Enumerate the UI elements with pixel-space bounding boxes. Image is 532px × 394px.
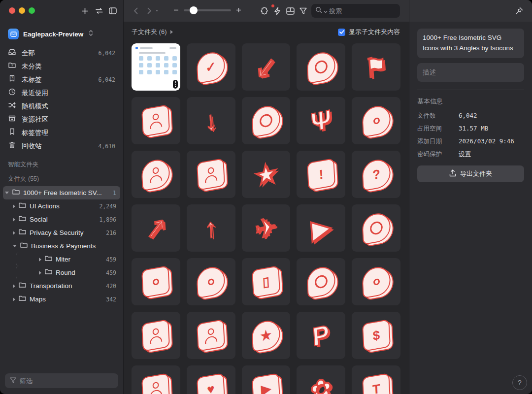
tile-map-pin[interactable] bbox=[352, 97, 400, 144]
library-switcher[interactable]: Eaglepack-Preview bbox=[0, 22, 123, 44]
toggle-sidebar-icon[interactable] bbox=[106, 5, 119, 17]
zoom-in-button[interactable] bbox=[236, 6, 241, 15]
disclosure-triangle-icon[interactable] bbox=[13, 204, 15, 208]
tree-item-0[interactable]: 1000+ Free Isometric SV... 1 bbox=[3, 186, 120, 199]
tile-letter-p[interactable]: P bbox=[297, 312, 345, 359]
sidebar-item-1[interactable]: ? 未分类 bbox=[0, 60, 123, 73]
tile-shopping-bag[interactable]: $ bbox=[352, 312, 400, 359]
tile-location-pin[interactable] bbox=[352, 258, 400, 305]
sidebar-item-6[interactable]: 标签管理 bbox=[0, 126, 123, 139]
tree-item-5[interactable]: Miter 459 bbox=[16, 253, 120, 266]
sidebar-item-2[interactable]: ? 未标签 6,042 bbox=[0, 73, 123, 86]
tree-item-8[interactable]: Maps 342 bbox=[3, 293, 120, 306]
tile-gear-ring[interactable] bbox=[352, 204, 400, 252]
forward-button[interactable] bbox=[143, 5, 156, 17]
disclosure-triangle-icon[interactable] bbox=[13, 297, 15, 301]
disclosure-triangle-icon[interactable] bbox=[5, 192, 9, 194]
search-input[interactable] bbox=[329, 7, 396, 15]
add-button[interactable] bbox=[78, 5, 91, 17]
tile-user-pin[interactable] bbox=[132, 151, 180, 198]
filter-icon[interactable] bbox=[297, 5, 309, 17]
password-settings-link[interactable]: 设置 bbox=[459, 150, 471, 159]
tile-arrow-up[interactable]: ↑ bbox=[187, 204, 235, 252]
tile-speech-balloon[interactable] bbox=[187, 258, 235, 305]
tile-shield-star[interactable]: ★ bbox=[242, 312, 291, 359]
sidebar-item-3[interactable]: 最近使用 bbox=[0, 86, 123, 99]
tile-video-card[interactable]: ▶ bbox=[242, 365, 291, 394]
tile-arrow-down-left[interactable]: ↙ bbox=[242, 43, 291, 91]
tile-alert-card[interactable]: ! bbox=[297, 151, 345, 198]
tile-user-leaning[interactable] bbox=[187, 312, 235, 359]
disclosure-triangle-icon[interactable] bbox=[13, 218, 15, 222]
zoom-slider[interactable] bbox=[184, 9, 231, 11]
tile-star-burst[interactable]: ★ bbox=[242, 151, 291, 198]
tile-briefcase[interactable] bbox=[132, 258, 180, 305]
description-input[interactable] bbox=[423, 68, 519, 76]
plugins-icon[interactable] bbox=[258, 5, 271, 17]
tile-watch-ring[interactable] bbox=[297, 258, 345, 305]
zoom-slider-knob[interactable] bbox=[190, 6, 198, 14]
quick-actions-icon[interactable] bbox=[271, 5, 284, 17]
sidebar-filter-field[interactable] bbox=[5, 373, 118, 388]
export-folder-button[interactable]: 导出文件夹 bbox=[417, 165, 524, 182]
tile-door[interactable]: ▯ bbox=[242, 258, 291, 305]
layout-icon[interactable] bbox=[284, 5, 297, 17]
smart-folders-section-header[interactable]: 智能文件夹 bbox=[0, 153, 123, 171]
tile-flower-gear[interactable]: ✿ bbox=[297, 365, 345, 394]
tile-arrow-down[interactable]: ↓ bbox=[187, 97, 235, 144]
disclosure-triangle-icon[interactable] bbox=[13, 245, 17, 247]
sidebar-item-7[interactable]: 回收站 4,610 bbox=[0, 139, 123, 153]
tile-question-pin[interactable]: ? bbox=[352, 151, 400, 198]
tile-t-shirt[interactable]: T bbox=[352, 365, 400, 394]
folder-title-field[interactable]: 1000+ Free Isometric SVG Icons with 3 An… bbox=[417, 29, 524, 58]
sidebar-divider bbox=[123, 0, 124, 394]
zoom-window-button[interactable] bbox=[29, 7, 35, 14]
sidebar-filter-input[interactable] bbox=[20, 377, 113, 385]
close-window-button[interactable] bbox=[9, 7, 15, 14]
tile-camera-ring[interactable] bbox=[242, 97, 291, 144]
subfolder-breadcrumb[interactable]: 子文件夹 (6) bbox=[132, 28, 173, 36]
show-subfolders-label[interactable]: 显示子文件夹内容 bbox=[349, 28, 400, 36]
tile-flag[interactable]: ⚑ bbox=[352, 43, 400, 91]
tile-utensils[interactable]: Ψ bbox=[297, 97, 345, 144]
back-button[interactable] bbox=[129, 5, 142, 17]
zoom-out-button[interactable] bbox=[173, 6, 179, 15]
tree-item-2[interactable]: Social 1,896 bbox=[3, 213, 120, 226]
tile-check-pin[interactable]: ✓ bbox=[187, 43, 235, 91]
tree-item-1[interactable]: UI Actions 2,249 bbox=[3, 199, 120, 213]
camera-ring-shape bbox=[251, 104, 281, 137]
tile-heart-card[interactable]: ♥ bbox=[187, 365, 235, 394]
tile-user[interactable] bbox=[132, 365, 180, 394]
search-scope-chevron-icon[interactable] bbox=[324, 6, 328, 15]
tile-ring[interactable] bbox=[297, 43, 345, 91]
tile-paper-plane[interactable]: ✈ bbox=[242, 204, 291, 252]
tile-user-badge[interactable] bbox=[132, 312, 180, 359]
tile-faces[interactable] bbox=[132, 97, 180, 144]
tree-item-6[interactable]: Round 459 bbox=[16, 266, 120, 279]
show-subfolders-checkbox[interactable] bbox=[338, 29, 345, 36]
help-button[interactable]: ? bbox=[512, 375, 527, 390]
sidebar-item-0[interactable]: 全部 6,042 bbox=[0, 46, 123, 60]
tree-item-3[interactable]: Privacy & Security 216 bbox=[3, 226, 120, 239]
disclosure-triangle-icon[interactable] bbox=[39, 271, 41, 275]
utensils-glyph: Ψ bbox=[310, 105, 332, 135]
disclosure-triangle-icon[interactable] bbox=[39, 258, 41, 262]
tile-website-screenshot[interactable] bbox=[132, 43, 180, 91]
tile-arrow-up-right[interactable]: ↗ bbox=[132, 204, 180, 252]
sidebar-item-5[interactable]: 资源社区 bbox=[0, 113, 123, 126]
pin-panel-icon[interactable] bbox=[513, 5, 526, 17]
door-shape: ▯ bbox=[252, 265, 280, 298]
folders-section-header[interactable]: 文件夹 (55) bbox=[0, 171, 123, 186]
sidebar-item-4[interactable]: 随机模式 bbox=[0, 99, 123, 113]
disclosure-triangle-icon[interactable] bbox=[13, 231, 15, 235]
tile-user-card[interactable] bbox=[187, 151, 235, 198]
tile-cursor[interactable]: ▶ bbox=[297, 204, 345, 252]
search-field[interactable] bbox=[311, 4, 400, 18]
sort-icon[interactable] bbox=[93, 5, 105, 17]
tree-item-4[interactable]: Business & Payments bbox=[3, 239, 120, 253]
tree-item-7[interactable]: Transportation 420 bbox=[3, 279, 120, 293]
folder-icon bbox=[44, 254, 53, 264]
subfolder-expand-icon[interactable] bbox=[170, 30, 173, 34]
minimize-window-button[interactable] bbox=[19, 7, 25, 14]
disclosure-triangle-icon[interactable] bbox=[13, 284, 15, 288]
